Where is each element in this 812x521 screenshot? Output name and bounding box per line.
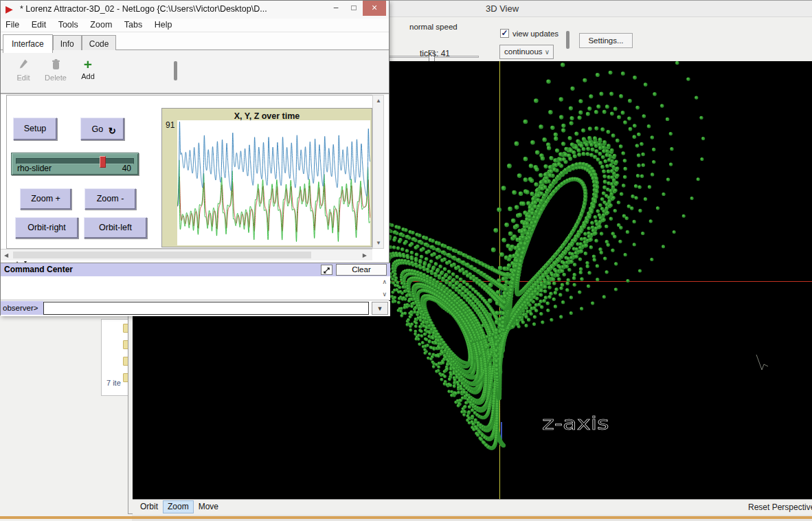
rho-slider[interactable]: rho-slider 40 <box>11 153 139 175</box>
close-button[interactable]: × <box>363 1 386 16</box>
maximize-button[interactable]: □ <box>345 1 363 16</box>
scroll-right-icon[interactable]: ▶ <box>363 252 367 258</box>
netlogo-logo-icon: ▶ <box>5 3 13 14</box>
settings-button[interactable]: Settings... <box>579 33 633 48</box>
slider-label: rho-slider <box>17 164 52 173</box>
delete-widget-button[interactable]: Delete <box>41 58 71 82</box>
horizontal-scrollbar[interactable]: ◀ ▶ <box>1 249 372 260</box>
plus-icon: + <box>76 58 100 71</box>
scroll-down-icon[interactable]: ▼ <box>376 240 381 246</box>
pencil-icon <box>18 58 29 71</box>
reset-perspective-button[interactable]: Reset Perspective <box>748 502 812 512</box>
command-center-header: Command Center Clear <box>1 263 390 276</box>
command-input-row: observer> ▼ <box>1 301 390 316</box>
menu-bar: File Edit Tools Zoom Tabs Help <box>1 19 389 32</box>
chevron-down-icon: ∨ <box>545 45 550 58</box>
command-input[interactable] <box>43 302 369 315</box>
history-dropdown-button[interactable]: ▼ <box>372 302 388 315</box>
edit-widget-button[interactable]: Edit <box>12 58 35 82</box>
menu-zoom[interactable]: Zoom <box>85 19 117 31</box>
tool-orbit[interactable]: Orbit <box>135 500 163 513</box>
output-scroll-up-icon[interactable]: ∧ <box>382 278 387 285</box>
zoom-in-button[interactable]: Zoom + <box>20 188 71 210</box>
slider-value: 40 <box>122 164 131 173</box>
separator <box>566 31 569 49</box>
tab-info[interactable]: Info <box>53 35 82 52</box>
vertical-scrollbar[interactable]: ▲ ▼ <box>372 95 384 249</box>
tool-zoom[interactable]: Zoom <box>163 500 194 513</box>
observer-prompt: observer> <box>1 301 43 315</box>
interface-canvas: Setup Go ↻ rho-slider 40 Zoom + Zoom - O… <box>6 95 372 249</box>
scroll-up-icon[interactable]: ▲ <box>376 98 381 104</box>
speed-label: normal speed <box>409 23 458 31</box>
trash-icon <box>51 58 61 71</box>
separator <box>174 61 177 80</box>
minimize-button[interactable]: – <box>327 1 345 16</box>
tab-code[interactable]: Code <box>82 35 117 52</box>
window-title: * Lorenz Attractor-3D_02 - NetLogo {C:\U… <box>20 4 267 14</box>
plot-ymax-label: 91 <box>166 120 174 130</box>
scroll-thumb[interactable] <box>13 252 311 258</box>
tool-move[interactable]: Move <box>194 500 223 513</box>
xyz-plot: X, Y, Z over time 91 <box>161 108 372 247</box>
netlogo-window: ▶ * Lorenz Attractor-3D_02 - NetLogo {C:… <box>0 0 390 315</box>
expand-button[interactable] <box>321 265 332 275</box>
orbit-left-button[interactable]: Orbit-left <box>84 217 147 239</box>
widget-toolbar: Edit Delete + Add abc Button ▾ <box>1 50 389 94</box>
scroll-left-icon[interactable]: ◀ <box>4 252 8 258</box>
check-icon: ✓ <box>501 28 508 38</box>
menu-help[interactable]: Help <box>150 19 177 31</box>
plot-title: X, Y, Z over time <box>162 111 372 121</box>
go-button[interactable]: Go ↻ <box>80 118 124 140</box>
menu-tools[interactable]: Tools <box>54 19 83 31</box>
orbit-right-button[interactable]: Orbit-right <box>15 217 78 239</box>
update-mode-value: continuous <box>504 47 543 56</box>
ticks-counter: ticks: 41 <box>420 49 450 58</box>
background-window: 7 ite <box>0 315 132 521</box>
update-mode-dropdown[interactable]: continuous ∨ <box>499 45 554 59</box>
view3d-footer: OrbitZoomMove Reset Perspective <box>133 499 812 515</box>
forever-icon: ↻ <box>109 126 116 136</box>
view-updates-checkbox[interactable]: ✓ <box>500 29 509 38</box>
view-updates-label: view updates <box>512 30 559 38</box>
menu-tabs[interactable]: Tabs <box>120 19 147 31</box>
menu-edit[interactable]: Edit <box>27 19 52 31</box>
view3d-title: 3D View <box>486 3 519 14</box>
clear-button[interactable]: Clear <box>336 264 387 276</box>
output-scroll-down-icon[interactable]: ∨ <box>382 291 387 298</box>
netlogo-titlebar[interactable]: ▶ * Lorenz Attractor-3D_02 - NetLogo {C:… <box>1 1 389 19</box>
setup-button[interactable]: Setup <box>13 118 57 140</box>
menu-file[interactable]: File <box>1 19 24 31</box>
command-output[interactable]: ∧ ∨ <box>1 276 390 300</box>
slider-handle[interactable] <box>100 156 106 168</box>
expand-icon <box>323 267 330 274</box>
plot-canvas <box>177 120 370 245</box>
tab-interface[interactable]: Interface <box>3 34 53 53</box>
command-center: Command Center Clear ∧ ∨ observer> ▼ <box>1 263 390 315</box>
add-widget-button[interactable]: + Add <box>76 58 100 80</box>
items-count-label: 7 ite <box>106 379 121 387</box>
zoom-out-button[interactable]: Zoom - <box>84 188 136 210</box>
tab-bar: InterfaceInfoCode <box>1 32 389 50</box>
taskbar-edge <box>0 516 812 519</box>
